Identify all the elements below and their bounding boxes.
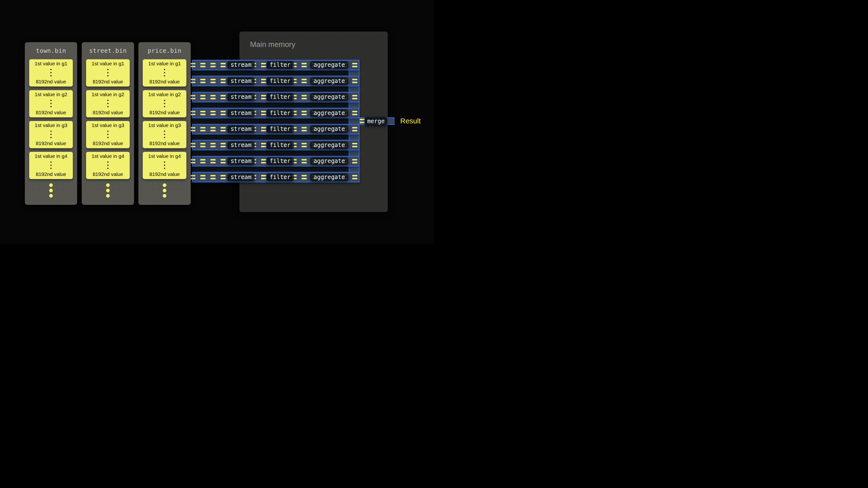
file-column: street.bin 1st value in g1 8192nd value …	[82, 42, 134, 205]
group-last-value-label: 8192nd value	[36, 171, 66, 177]
vertical-ellipsis-icon	[51, 131, 52, 138]
vertical-ellipsis-icon	[164, 100, 165, 107]
group-last-value-label: 8192nd value	[93, 140, 123, 146]
value-group-box: 1st value in g2 8192nd value	[29, 90, 73, 117]
vertical-ellipsis-icon	[164, 69, 165, 76]
value-group-box: 1st value in g4 8192nd value	[143, 152, 186, 179]
group-last-value-label: 8192nd value	[36, 140, 66, 146]
group-last-value-label: 8192nd value	[36, 79, 66, 85]
group-last-value-label: 8192nd value	[93, 110, 123, 116]
group-last-value-label: 8192nd value	[149, 140, 180, 146]
group-first-value-label: 1st value in g4	[92, 153, 124, 159]
dataflow-dash-icon	[360, 119, 365, 123]
file-column-groups: 1st value in g1 8192nd value 1st value i…	[138, 59, 191, 179]
value-group-box: 1st value in g3 8192nd value	[143, 121, 186, 148]
file-column-title: price.bin	[138, 42, 191, 59]
group-first-value-label: 1st value in g1	[92, 61, 124, 66]
vertical-ellipsis-icon	[107, 100, 108, 107]
vertical-ellipsis-icon	[107, 131, 108, 138]
more-groups-ellipsis-icon	[25, 184, 77, 198]
value-group-box: 1st value in g4 8192nd value	[29, 152, 73, 179]
value-group-box: 1st value in g3 8192nd value	[29, 121, 73, 148]
group-first-value-label: 1st value in g4	[148, 153, 181, 159]
vertical-ellipsis-icon	[107, 69, 108, 76]
group-first-value-label: 1st value in g2	[148, 92, 181, 97]
main-memory-title: Main memory	[250, 40, 296, 49]
file-column-groups: 1st value in g1 8192nd value 1st value i…	[82, 59, 134, 179]
group-first-value-label: 1st value in g4	[35, 153, 67, 159]
value-group-box: 1st value in g1 8192nd value	[143, 59, 186, 87]
merge-band: merge	[359, 117, 395, 125]
group-first-value-label: 1st value in g3	[35, 123, 67, 128]
group-first-value-label: 1st value in g3	[92, 123, 124, 128]
group-last-value-label: 8192nd value	[93, 79, 123, 85]
vertical-ellipsis-icon	[51, 100, 52, 107]
diagram-canvas: Main memory stream filter aggregate stre…	[0, 0, 434, 244]
group-first-value-label: 1st value in g2	[35, 92, 67, 97]
more-groups-ellipsis-icon	[138, 184, 191, 198]
value-group-box: 1st value in g1 8192nd value	[29, 59, 73, 87]
value-group-box: 1st value in g1 8192nd value	[86, 59, 130, 87]
result-label: Result	[400, 117, 421, 125]
group-first-value-label: 1st value in g2	[92, 92, 124, 97]
file-column-title: street.bin	[82, 42, 134, 59]
vertical-ellipsis-icon	[107, 161, 108, 169]
group-last-value-label: 8192nd value	[149, 110, 180, 116]
group-last-value-label: 8192nd value	[149, 171, 180, 177]
value-group-box: 1st value in g2 8192nd value	[86, 90, 130, 117]
merge-stage-chip: merge	[365, 117, 387, 126]
value-group-box: 1st value in g2 8192nd value	[143, 90, 186, 117]
group-first-value-label: 1st value in g1	[148, 61, 181, 66]
file-column-groups: 1st value in g1 8192nd value 1st value i…	[25, 59, 77, 179]
group-last-value-label: 8192nd value	[93, 171, 123, 177]
group-last-value-label: 8192nd value	[36, 110, 66, 116]
file-column: price.bin 1st value in g1 8192nd value 1…	[138, 42, 191, 205]
vertical-ellipsis-icon	[164, 131, 165, 138]
group-first-value-label: 1st value in g1	[35, 61, 67, 66]
group-last-value-label: 8192nd value	[149, 79, 180, 85]
file-column: town.bin 1st value in g1 8192nd value 1s…	[25, 42, 77, 205]
file-column-title: town.bin	[25, 42, 77, 59]
value-group-box: 1st value in g4 8192nd value	[86, 152, 130, 179]
vertical-ellipsis-icon	[51, 161, 52, 169]
more-groups-ellipsis-icon	[82, 184, 134, 198]
value-group-box: 1st value in g3 8192nd value	[86, 121, 130, 148]
vertical-ellipsis-icon	[164, 161, 165, 169]
vertical-ellipsis-icon	[51, 69, 52, 76]
group-first-value-label: 1st value in g3	[148, 123, 181, 128]
